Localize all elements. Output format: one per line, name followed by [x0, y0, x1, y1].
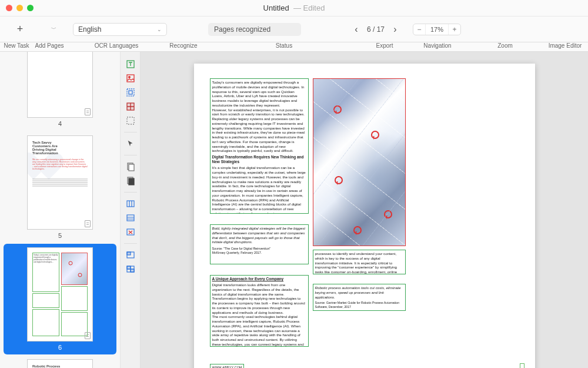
tool-pane: [121, 52, 141, 368]
picture-zone[interactable]: [313, 78, 406, 246]
ocr-languages-label: OCR Languages: [66, 42, 167, 49]
new-task-label: New Task: [0, 42, 33, 49]
new-task-button[interactable]: +: [17, 23, 24, 36]
svg-rect-22: [131, 269, 134, 272]
thumbnail-page-7[interactable]: Robotic Process Automation – A Driving F…: [4, 356, 116, 368]
footer-zone[interactable]: WWW.ABBYY.COM: [210, 364, 244, 368]
minimize-window-button[interactable]: [16, 5, 23, 11]
page-6[interactable]: Today's consumers are digitally empowere…: [194, 64, 535, 368]
svg-rect-14: [129, 178, 134, 185]
zoom-out-button[interactable]: −: [413, 25, 425, 34]
svg-rect-8: [129, 91, 132, 94]
svg-point-6: [128, 77, 130, 78]
fullscreen-window-button[interactable]: [27, 5, 34, 11]
text-area-tool[interactable]: [123, 58, 138, 71]
text-zone-1[interactable]: Today's consumers are digitally empowere…: [210, 78, 309, 214]
navigation-group: ‹ 6 / 17 ›: [350, 24, 401, 35]
close-window-button[interactable]: [6, 5, 12, 11]
svg-rect-15: [127, 201, 134, 207]
svg-rect-19: [127, 252, 131, 255]
svg-rect-12: [129, 164, 134, 171]
zoom-label: Zoom: [474, 42, 536, 49]
status-field: Pages recognized: [208, 23, 301, 36]
delete-separator-tool[interactable]: [123, 226, 138, 238]
next-page-button[interactable]: ›: [389, 24, 401, 35]
image-editor-label: Image Editor: [542, 42, 588, 49]
table-tool[interactable]: [123, 100, 138, 113]
renumber-areas-tool[interactable]: [123, 174, 138, 187]
thumbnail-page-6[interactable]: Today's consumers are digitally empowere…: [4, 244, 116, 354]
ocr-language-select[interactable]: English ⌄: [73, 23, 167, 36]
navigation-label: Navigation: [401, 42, 474, 49]
zoom-value: 17%: [425, 24, 449, 35]
text-zone-quote-2[interactable]: Robotic process automation tools cut cos…: [313, 284, 406, 311]
recognition-area-tool[interactable]: [123, 114, 138, 127]
prev-page-button[interactable]: ‹: [350, 24, 362, 35]
text-zone-quote-1[interactable]: Bold, tightly integrated digital strateg…: [210, 224, 309, 264]
toolbar-labels: New Task Add Pages OCR Languages Recogni…: [0, 42, 588, 52]
svg-rect-7: [127, 89, 134, 96]
page-indicator: 6 / 17: [363, 25, 388, 34]
add-vertical-separator-tool[interactable]: [123, 197, 138, 210]
page-number-box: [520, 363, 524, 368]
text-zone-2[interactable]: A Unique Approach for Every Company Digi…: [210, 275, 309, 347]
text-zone-3[interactable]: processes to identify and understand you…: [313, 250, 406, 274]
window-controls: [6, 5, 34, 11]
export-label: Export: [368, 42, 401, 49]
zoom-control: − 17% +: [413, 24, 461, 35]
status-label: Status: [200, 42, 368, 49]
recognize-label: Recognize: [167, 42, 200, 49]
pointer-tool[interactable]: [123, 137, 138, 150]
add-horizontal-separator-tool[interactable]: [123, 211, 138, 224]
merge-cells-tool[interactable]: [123, 248, 138, 261]
toolbar: + ﹀ English ⌄ Pages recognized ‹ 6 / 17 …: [0, 16, 588, 42]
thumbnail-page-4[interactable]: 4: [4, 52, 116, 131]
split-cells-tool[interactable]: [123, 263, 138, 276]
svg-rect-21: [127, 266, 131, 269]
titlebar: Untitled — Edited: [0, 0, 588, 16]
svg-rect-16: [127, 215, 134, 221]
document-canvas[interactable]: Today's consumers are digitally empowere…: [141, 52, 588, 368]
background-picture-tool[interactable]: [123, 86, 138, 99]
order-areas-tool[interactable]: [123, 160, 138, 173]
window-title: Untitled — Edited: [263, 4, 325, 12]
svg-rect-10: [127, 117, 134, 124]
add-pages-button[interactable]: ﹀: [50, 23, 56, 36]
zoom-in-button[interactable]: +: [449, 25, 460, 34]
thumbnail-page-5[interactable]: Tech Savvy Customers Are Driving Digital…: [4, 132, 116, 243]
thumbnail-panel[interactable]: 4 Tech Savvy Customers Are Driving Digit…: [0, 52, 121, 368]
picture-tool[interactable]: [123, 72, 138, 85]
add-pages-label: Add Pages: [33, 42, 66, 49]
svg-rect-5: [127, 75, 134, 82]
